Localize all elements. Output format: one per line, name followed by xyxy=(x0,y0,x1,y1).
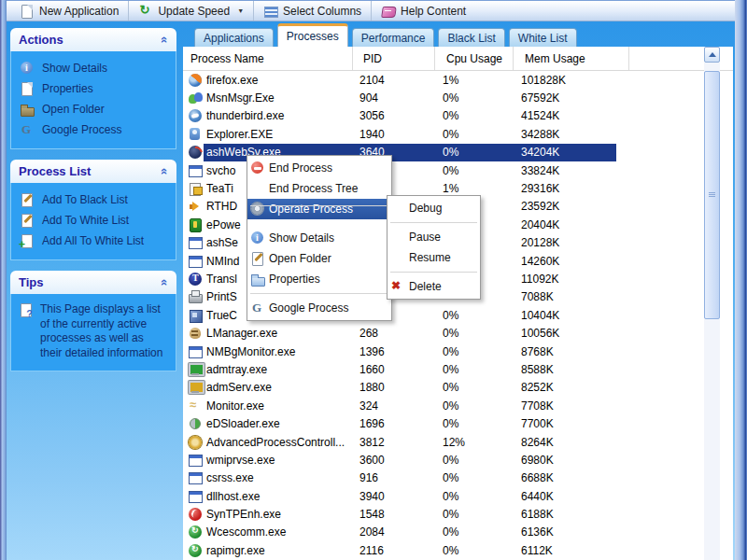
tab[interactable]: Processes xyxy=(277,23,348,47)
submenu-item-icon xyxy=(390,201,405,216)
table-row[interactable]: Explorer.EXE 1940 0% 34288K xyxy=(183,125,733,143)
table-row[interactable]: dllhost.exe 3940 0% 6440K xyxy=(183,487,733,505)
tips-panel-header[interactable]: Tips « xyxy=(10,271,176,294)
process-cpu: 0% xyxy=(431,490,510,503)
collapse-chevron-icon[interactable]: « xyxy=(159,279,171,286)
monitor-yellow-icon xyxy=(188,380,203,395)
context-menu-item[interactable]: End Process xyxy=(247,158,391,178)
sidebar-item-label: Properties xyxy=(42,82,93,95)
window-icon xyxy=(188,344,203,359)
process-mem: 6980K xyxy=(510,454,626,467)
sidebar-action-item[interactable]: Google Process xyxy=(15,119,172,140)
page-pencil-icon xyxy=(250,251,265,266)
sidebar-action-item[interactable]: Properties xyxy=(15,78,172,99)
window-icon xyxy=(188,470,203,485)
process-cpu: 1% xyxy=(431,182,510,195)
submenu-item[interactable]: Delete xyxy=(388,276,480,297)
table-row[interactable]: admtray.exe 1660 0% 8588K xyxy=(183,360,733,378)
g-icon xyxy=(250,301,265,315)
process-name: admtray.exe xyxy=(203,363,349,376)
scrollbar-thumb[interactable] xyxy=(704,71,720,319)
menu-item-label: Show Details xyxy=(269,231,334,245)
table-row[interactable]: firefox.exe 2104 1% 101828K xyxy=(183,71,733,89)
toolbar-button[interactable]: Update Speed xyxy=(128,1,253,21)
table-row[interactable]: MsnMsgr.Exe 904 0% 67592K xyxy=(183,89,733,106)
process-cpu: 0% xyxy=(431,309,510,322)
sync-icon xyxy=(188,525,203,539)
process-name: Monitor.exe xyxy=(203,399,349,413)
table-row[interactable]: AdvancedProcessControll... 3812 12% 8264… xyxy=(183,433,733,451)
monitor-green-icon xyxy=(188,362,203,377)
column-header-cpu-usage[interactable]: Cpu Usage xyxy=(435,47,514,70)
table-row[interactable]: csrss.exe 916 0% 6688K xyxy=(183,469,733,487)
context-menu-item[interactable]: Properties xyxy=(247,269,391,289)
process-name: dllhost.exe xyxy=(203,490,349,503)
table-header: Process Name PID Cpu Usage Mem Usage xyxy=(183,47,733,71)
process-mem: 34288K xyxy=(510,128,626,141)
tab[interactable]: Applications xyxy=(194,28,274,47)
tab[interactable]: Performance xyxy=(352,28,435,47)
table-row[interactable]: admServ.exe 1880 0% 8252K xyxy=(183,379,733,397)
process-name: Wcescomm.exe xyxy=(203,525,349,539)
window-border-right xyxy=(735,0,747,560)
submenu-item[interactable]: Debug xyxy=(388,198,480,218)
table-row[interactable]: Wcescomm.exe 2084 0% 6136K xyxy=(183,524,733,541)
process-cpu: 0% xyxy=(431,164,510,177)
info-icon xyxy=(20,61,35,76)
toolbar-button[interactable]: New Application xyxy=(10,1,128,21)
actions-panel: Actions « Show Details Properties Open F… xyxy=(10,28,176,149)
submenu-item[interactable]: Resume xyxy=(388,247,480,268)
tab-strip: Applications Processes Performance Black… xyxy=(194,26,733,47)
column-header-process-name[interactable]: Process Name xyxy=(183,47,353,70)
transl-icon xyxy=(188,272,203,287)
process-mem: 20128K xyxy=(510,236,626,249)
table-row[interactable]: wmiprvse.exe 3600 0% 6980K xyxy=(183,451,733,469)
process-pid: 3812 xyxy=(349,436,431,449)
tip-page-icon xyxy=(19,302,34,317)
process-mem: 7708K xyxy=(510,399,626,413)
toolbar-button[interactable]: Help Content xyxy=(371,1,475,21)
vertical-scrollbar[interactable] xyxy=(704,47,720,560)
process-mem: 7088K xyxy=(510,290,626,303)
window-icon xyxy=(188,254,203,269)
sidebar-action-item[interactable]: Show Details xyxy=(15,58,172,78)
context-menu-item[interactable]: Operate Process xyxy=(247,199,391,219)
sidebar-list-item[interactable]: Add To Black List xyxy=(15,189,172,210)
process-name: firefox.exe xyxy=(203,74,349,87)
process-cpu: 0% xyxy=(431,399,510,413)
context-menu-item[interactable]: End Process Tree xyxy=(247,178,391,199)
sidebar-action-item[interactable]: Open Folder xyxy=(15,99,172,119)
table-row[interactable]: rapimgr.exe 2116 0% 6112K xyxy=(183,541,733,559)
submenu-item[interactable]: Pause xyxy=(388,227,480,247)
context-menu-item[interactable]: Google Process xyxy=(247,298,391,318)
toolbar-button[interactable]: Select Columns xyxy=(253,1,371,21)
actions-panel-header[interactable]: Actions « xyxy=(10,28,176,51)
table-row[interactable]: SynTPEnh.exe 1548 0% 6188K xyxy=(183,505,733,523)
column-header-mem-usage[interactable]: Mem Usage xyxy=(514,47,629,70)
context-menu-item[interactable]: Show Details xyxy=(247,228,391,248)
collapse-chevron-icon[interactable]: « xyxy=(159,36,171,43)
process-list-panel-header[interactable]: Process List « xyxy=(10,160,176,183)
tb-help-icon xyxy=(381,4,396,19)
tab[interactable]: White List xyxy=(509,28,577,47)
tab[interactable]: Black List xyxy=(438,28,504,47)
collapse-chevron-icon[interactable]: « xyxy=(159,168,171,175)
window-icon xyxy=(188,453,203,468)
table-row[interactable]: Monitor.exe 324 0% 7708K xyxy=(183,397,733,414)
table-row[interactable]: LManager.exe 268 0% 10056K xyxy=(183,324,733,342)
process-name: thunderbird.exe xyxy=(203,109,349,122)
table-row[interactable]: eDSloader.exe 1696 0% 7700K xyxy=(183,414,733,432)
tb-columns-icon xyxy=(263,4,278,19)
ashweb-icon xyxy=(188,145,203,160)
context-menu-item[interactable]: Open Folder xyxy=(247,248,391,269)
tips-panel: Tips « This Page displays a list of the … xyxy=(10,271,176,371)
table-row[interactable]: thunderbird.exe 3056 0% 41524K xyxy=(183,107,733,125)
process-name: eDSloader.exe xyxy=(203,417,349,430)
sidebar-list-item[interactable]: Add All To White List xyxy=(15,231,172,251)
scroll-up-button[interactable] xyxy=(704,47,720,63)
table-row[interactable]: NMBgMonitor.exe 1396 0% 8768K xyxy=(183,343,733,360)
sidebar-list-item[interactable]: Add To White List xyxy=(15,210,172,231)
process-mem: 34204K xyxy=(510,146,626,159)
thunderbird-icon xyxy=(188,108,203,123)
column-header-pid[interactable]: PID xyxy=(353,47,435,70)
